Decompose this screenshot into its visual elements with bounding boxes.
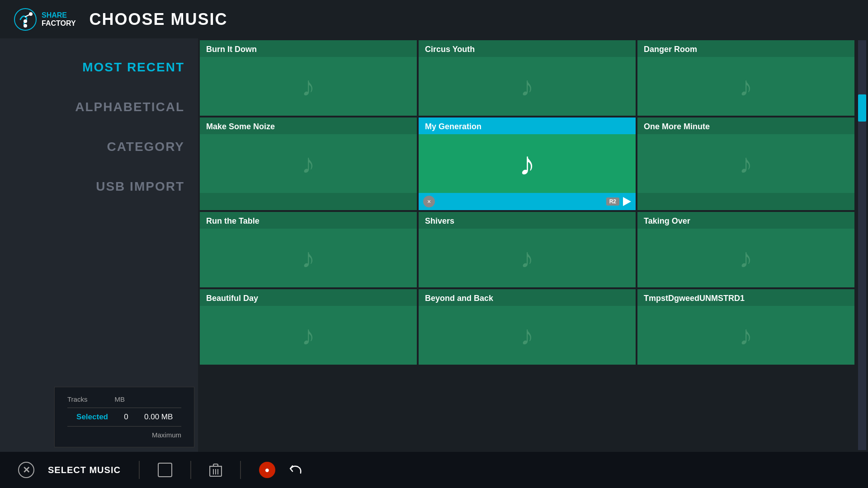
bottom-separator-3 bbox=[240, 461, 241, 479]
music-card-title: Danger Room bbox=[637, 40, 854, 57]
music-card-title: Run the Table bbox=[200, 212, 417, 229]
music-area: Burn It Down ♪ Circus Youth ♪ bbox=[198, 38, 868, 452]
music-note-icon: ♪ bbox=[739, 320, 753, 351]
music-card-circus-youth[interactable]: Circus Youth ♪ bbox=[419, 40, 636, 116]
music-card-thumb: ♪ bbox=[637, 229, 854, 287]
music-note-icon: ♪ bbox=[302, 71, 315, 102]
music-card-thumb: ♪ bbox=[637, 306, 854, 365]
music-note-icon: ♪ bbox=[520, 320, 534, 351]
sidebar-item-alphabetical[interactable]: ALPHABETICAL bbox=[0, 87, 198, 127]
music-note-icon: ♪ bbox=[302, 243, 315, 274]
music-card-title: TmpstDgweedUNMSTRD1 bbox=[637, 289, 854, 306]
music-card-title: Circus Youth bbox=[419, 40, 636, 57]
trash-icon[interactable] bbox=[209, 463, 222, 477]
music-card-thumb: ♪ bbox=[200, 306, 417, 365]
preview-bar: × R2 bbox=[419, 193, 636, 210]
mb-column-label: MB bbox=[114, 395, 125, 403]
svg-point-1 bbox=[29, 12, 33, 16]
music-note-icon: ♪ bbox=[302, 320, 315, 351]
close-icon: × bbox=[427, 198, 431, 205]
music-card-taking-over[interactable]: Taking Over ♪ bbox=[637, 212, 854, 287]
page-title: CHOOSE MUSIC bbox=[90, 10, 228, 29]
undo-icon[interactable] bbox=[289, 463, 302, 477]
music-card-one-more-minute[interactable]: One More Minute ♪ bbox=[637, 117, 854, 210]
scrollbar-thumb[interactable] bbox=[858, 94, 866, 122]
music-card-thumb: ♪ bbox=[419, 306, 636, 365]
selected-row: Selected 0 0.00 MB bbox=[67, 413, 181, 422]
selected-tracks-value: 0 bbox=[117, 413, 135, 422]
music-card-beautiful-day[interactable]: Beautiful Day ♪ bbox=[200, 289, 417, 365]
music-card-title: Taking Over bbox=[637, 212, 854, 229]
music-note-icon: ♪ bbox=[519, 145, 535, 182]
logo-text: SHAREfactory bbox=[42, 11, 76, 27]
tracks-column-label: Tracks bbox=[67, 395, 87, 403]
x-button[interactable]: ✕ bbox=[18, 462, 34, 478]
music-note-icon: ♪ bbox=[520, 71, 534, 102]
music-card-thumb: ♪ bbox=[419, 229, 636, 287]
music-card-thumb: ♪ bbox=[200, 134, 417, 193]
r2-button[interactable]: R2 bbox=[606, 197, 619, 206]
square-button[interactable] bbox=[158, 463, 172, 477]
info-panel-divider-2 bbox=[67, 426, 181, 427]
svg-point-3 bbox=[24, 24, 27, 28]
music-note-icon: ♪ bbox=[739, 148, 753, 179]
sharefactory-icon bbox=[14, 8, 37, 31]
music-card-thumb: ♪ bbox=[200, 229, 417, 287]
selected-mb-value: 0.00 MB bbox=[144, 413, 173, 422]
grid-container: Burn It Down ♪ Circus Youth ♪ bbox=[198, 38, 856, 452]
music-card-beyond-and-back[interactable]: Beyond and Back ♪ bbox=[419, 289, 636, 365]
info-panel-divider bbox=[67, 408, 181, 408]
music-card-title: Burn It Down bbox=[200, 40, 417, 57]
music-grid: Burn It Down ♪ Circus Youth ♪ bbox=[198, 38, 856, 366]
sidebar-item-usb-import[interactable]: USB IMPORT bbox=[0, 167, 198, 206]
music-card-thumb: ♪ bbox=[200, 57, 417, 116]
music-card-thumb: ♪ bbox=[637, 57, 854, 116]
music-card-thumb: ♪ bbox=[419, 134, 636, 193]
music-card-thumb: ♪ bbox=[637, 134, 854, 193]
grid-scroll-wrapper: Burn It Down ♪ Circus Youth ♪ bbox=[198, 38, 868, 452]
header: SHAREfactory CHOOSE MUSIC bbox=[0, 0, 868, 38]
scrollbar-track[interactable] bbox=[858, 40, 866, 450]
preview-right-controls: R2 bbox=[606, 197, 631, 206]
maximum-label: Maximum bbox=[67, 431, 181, 439]
bottom-separator-1 bbox=[139, 461, 140, 479]
music-card-thumb: ♪ bbox=[419, 57, 636, 116]
music-card-burn-it-down[interactable]: Burn It Down ♪ bbox=[200, 40, 417, 116]
info-panel-header: Tracks MB bbox=[67, 395, 181, 403]
preview-close-button[interactable]: × bbox=[423, 196, 435, 207]
circle-button[interactable]: ● bbox=[259, 462, 275, 478]
music-card-title: Beyond and Back bbox=[419, 289, 636, 306]
bottom-separator-2 bbox=[190, 461, 191, 479]
sidebar-item-most-recent[interactable]: MOST RECENT bbox=[0, 47, 198, 87]
music-note-icon: ♪ bbox=[739, 243, 753, 274]
music-card-my-generation[interactable]: My Generation ♪ × R2 bbox=[419, 117, 636, 210]
music-note-icon: ♪ bbox=[302, 148, 315, 179]
sidebar-item-category[interactable]: CATEGORY bbox=[0, 127, 198, 167]
music-note-icon: ♪ bbox=[739, 71, 753, 102]
svg-point-2 bbox=[24, 19, 27, 23]
music-card-danger-room[interactable]: Danger Room ♪ bbox=[637, 40, 854, 116]
music-note-icon: ♪ bbox=[520, 243, 534, 274]
logo-area: SHAREfactory bbox=[14, 8, 76, 31]
music-card-run-the-table[interactable]: Run the Table ♪ bbox=[200, 212, 417, 287]
music-card-title: One More Minute bbox=[637, 117, 854, 134]
bottom-bar: ✕ SELECT MUSIC ● bbox=[0, 452, 868, 488]
music-card-tmpst[interactable]: TmpstDgweedUNMSTRD1 ♪ bbox=[637, 289, 854, 365]
music-card-make-some-noize[interactable]: Make Some Noize ♪ bbox=[200, 117, 417, 210]
music-card-title: My Generation bbox=[419, 117, 636, 134]
play-icon[interactable] bbox=[623, 197, 631, 206]
music-card-shivers[interactable]: Shivers ♪ bbox=[419, 212, 636, 287]
music-card-title: Shivers bbox=[419, 212, 636, 229]
music-card-title: Make Some Noize bbox=[200, 117, 417, 134]
info-panel: Tracks MB Selected 0 0.00 MB Maximum bbox=[54, 387, 194, 447]
music-card-title: Beautiful Day bbox=[200, 289, 417, 306]
selected-label: Selected bbox=[67, 413, 108, 422]
select-music-label: SELECT MUSIC bbox=[48, 465, 121, 475]
